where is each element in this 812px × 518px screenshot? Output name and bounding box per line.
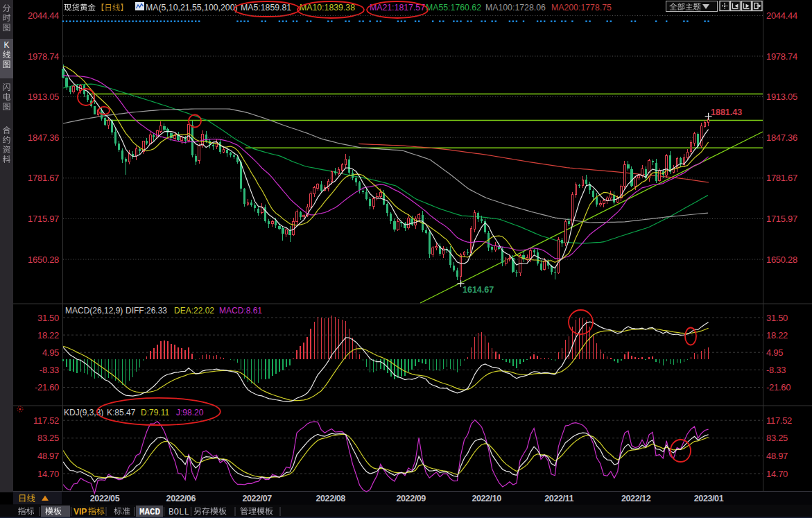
svg-text:MACD(26,12,9): MACD(26,12,9) [65,306,123,316]
svg-text:-8.33: -8.33 [40,365,59,375]
svg-text:14.70: 14.70 [766,469,788,479]
svg-text:MA200:1778.75: MA200:1778.75 [551,3,612,12]
svg-text:1913.05: 1913.05 [766,92,797,102]
svg-text:DIFF:26.33: DIFF:26.33 [126,306,167,316]
svg-text:D:79.11: D:79.11 [141,408,169,417]
svg-text:1847.36: 1847.36 [28,132,59,143]
svg-text:4.95: 4.95 [42,347,59,358]
svg-text:2022/06: 2022/06 [166,494,196,503]
svg-text:MACD: MACD [139,508,161,517]
svg-text:2022/11: 2022/11 [544,494,573,503]
svg-text:MA(5,10,21,55,100,200): MA(5,10,21,55,100,200) [146,3,238,12]
svg-text:1978.74: 1978.74 [28,51,59,62]
svg-text:-8.33: -8.33 [766,365,786,375]
svg-text:MA100:1728.06: MA100:1728.06 [485,3,546,12]
svg-text:BOLL: BOLL [169,508,189,517]
svg-text:1715.97: 1715.97 [766,214,797,224]
svg-text:MA5:1859.81: MA5:1859.81 [241,3,291,12]
svg-text:-21.60: -21.60 [766,382,791,392]
svg-text:18.22: 18.22 [766,330,788,340]
svg-text:1881.43: 1881.43 [711,107,742,117]
svg-text:1978.74: 1978.74 [766,51,797,62]
svg-text:K: K [3,40,9,50]
svg-text:J:98.20: J:98.20 [176,408,204,417]
svg-text:1650.28: 1650.28 [28,254,59,265]
svg-text:1847.36: 1847.36 [766,132,797,143]
svg-text:2044.44: 2044.44 [28,10,59,21]
svg-text:31.50: 31.50 [766,313,788,323]
svg-text:VIP: VIP [74,507,87,517]
svg-text:DEA:22.02: DEA:22.02 [174,306,214,316]
svg-text:4.95: 4.95 [766,347,783,358]
svg-text:18.22: 18.22 [37,330,59,340]
svg-text:-21.60: -21.60 [35,382,59,392]
svg-text:2022/12: 2022/12 [621,494,651,503]
svg-text:1781.67: 1781.67 [766,173,797,183]
svg-text:2022/05: 2022/05 [90,494,120,503]
svg-text:48.97: 48.97 [37,451,59,461]
svg-text:K:85.47: K:85.47 [107,408,136,417]
svg-text:2023/01: 2023/01 [694,494,724,503]
svg-text:83.25: 83.25 [37,433,59,443]
svg-text:117.52: 117.52 [766,415,792,426]
svg-text:MA21:1817.57: MA21:1817.57 [370,3,425,12]
svg-text:117.52: 117.52 [33,415,59,426]
svg-text:1913.05: 1913.05 [28,92,59,102]
svg-text:1781.67: 1781.67 [28,173,59,183]
svg-text:2022/07: 2022/07 [242,494,272,503]
svg-text:2022/10: 2022/10 [472,494,501,503]
svg-text:1650.28: 1650.28 [766,254,797,265]
svg-text:2022/08: 2022/08 [316,494,346,503]
svg-text:2022/09: 2022/09 [397,494,426,503]
svg-text:83.25: 83.25 [766,433,788,443]
svg-text:31.50: 31.50 [37,313,59,323]
svg-text:1715.97: 1715.97 [28,214,59,224]
svg-text:MA55:1760.62: MA55:1760.62 [426,3,481,12]
svg-text:14.70: 14.70 [37,469,59,479]
svg-text:1614.67: 1614.67 [463,285,494,295]
svg-text:48.97: 48.97 [766,451,788,461]
svg-text:MACD:8.61: MACD:8.61 [219,306,262,316]
svg-text:2044.44: 2044.44 [766,10,797,21]
